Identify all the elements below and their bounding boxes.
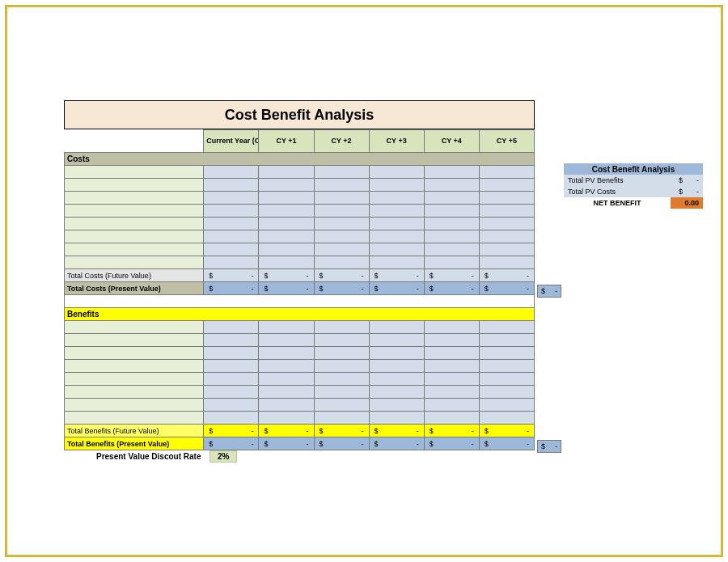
row-label-cell[interactable] — [65, 321, 204, 334]
data-cell[interactable] — [259, 166, 314, 179]
row-label-cell[interactable] — [65, 334, 204, 347]
data-cell[interactable] — [424, 166, 479, 179]
row-label-cell[interactable] — [65, 256, 204, 269]
total-benefits-fv-cy3[interactable]: $- — [369, 425, 424, 437]
data-cell[interactable] — [204, 334, 259, 347]
data-cell[interactable] — [369, 256, 424, 269]
total-benefits-fv-cy[interactable]: $- — [204, 425, 259, 437]
data-cell[interactable] — [259, 256, 314, 269]
data-cell[interactable] — [314, 321, 369, 334]
data-cell[interactable] — [259, 412, 314, 425]
data-cell[interactable] — [204, 205, 259, 218]
data-cell[interactable] — [314, 360, 369, 373]
data-cell[interactable] — [369, 205, 424, 218]
total-costs-fv-cy[interactable]: $- — [204, 269, 259, 282]
total-benefits-fv-cy1[interactable]: $- — [259, 425, 314, 437]
data-cell[interactable] — [479, 205, 534, 218]
data-cell[interactable] — [204, 373, 259, 386]
data-cell[interactable] — [314, 230, 369, 243]
data-cell[interactable] — [314, 205, 369, 218]
data-cell[interactable] — [424, 192, 479, 205]
data-cell[interactable] — [314, 243, 369, 256]
data-cell[interactable] — [369, 412, 424, 425]
col-header-cy5[interactable]: CY +5 — [479, 130, 534, 153]
data-cell[interactable] — [314, 412, 369, 425]
data-cell[interactable] — [314, 179, 369, 192]
total-benefits-pv-grand[interactable]: $- — [537, 440, 561, 453]
data-cell[interactable] — [259, 373, 314, 386]
data-cell[interactable] — [204, 256, 259, 269]
col-header-cy4[interactable]: CY +4 — [424, 130, 479, 153]
data-cell[interactable] — [204, 179, 259, 192]
data-cell[interactable] — [369, 399, 424, 412]
data-cell[interactable] — [369, 386, 424, 399]
data-cell[interactable] — [479, 230, 534, 243]
data-cell[interactable] — [204, 321, 259, 334]
data-cell[interactable] — [314, 386, 369, 399]
total-costs-pv-cy[interactable]: $- — [204, 282, 259, 295]
data-cell[interactable] — [369, 243, 424, 256]
total-benefits-pv-cy3[interactable]: $- — [369, 437, 424, 450]
data-cell[interactable] — [479, 243, 534, 256]
data-cell[interactable] — [314, 334, 369, 347]
data-cell[interactable] — [204, 243, 259, 256]
data-cell[interactable] — [424, 218, 479, 230]
total-benefits-fv-cy5[interactable]: $- — [479, 425, 534, 437]
data-cell[interactable] — [479, 256, 534, 269]
data-cell[interactable] — [479, 218, 534, 230]
data-cell[interactable] — [424, 243, 479, 256]
data-cell[interactable] — [424, 360, 479, 373]
total-costs-pv-cy4[interactable]: $- — [424, 282, 479, 295]
data-cell[interactable] — [479, 192, 534, 205]
row-label-cell[interactable] — [65, 399, 204, 412]
row-label-cell[interactable] — [65, 192, 204, 205]
data-cell[interactable] — [479, 166, 534, 179]
data-cell[interactable] — [369, 192, 424, 205]
total-benefits-pv-cy4[interactable]: $- — [424, 437, 479, 450]
total-costs-fv-cy3[interactable]: $- — [369, 269, 424, 282]
total-costs-pv-grand[interactable]: $- — [537, 285, 561, 298]
data-cell[interactable] — [424, 256, 479, 269]
data-cell[interactable] — [259, 386, 314, 399]
data-cell[interactable] — [424, 321, 479, 334]
data-cell[interactable] — [369, 179, 424, 192]
data-cell[interactable] — [424, 373, 479, 386]
col-header-cy2[interactable]: CY +2 — [314, 130, 369, 153]
total-benefits-pv-cy1[interactable]: $- — [259, 437, 314, 450]
total-costs-fv-cy1[interactable]: $- — [259, 269, 314, 282]
data-cell[interactable] — [424, 179, 479, 192]
row-label-cell[interactable] — [65, 243, 204, 256]
data-cell[interactable] — [259, 347, 314, 360]
row-label-cell[interactable] — [65, 166, 204, 179]
data-cell[interactable] — [259, 192, 314, 205]
data-cell[interactable] — [259, 321, 314, 334]
row-label-cell[interactable] — [65, 205, 204, 218]
data-cell[interactable] — [424, 347, 479, 360]
data-cell[interactable] — [479, 373, 534, 386]
data-cell[interactable] — [479, 399, 534, 412]
col-header-cy[interactable]: Current Year (CY) — [204, 130, 259, 153]
data-cell[interactable] — [369, 218, 424, 230]
row-label-cell[interactable] — [65, 179, 204, 192]
total-costs-pv-cy2[interactable]: $- — [314, 282, 369, 295]
data-cell[interactable] — [314, 192, 369, 205]
data-cell[interactable] — [369, 166, 424, 179]
row-label-cell[interactable] — [65, 373, 204, 386]
data-cell[interactable] — [314, 399, 369, 412]
data-cell[interactable] — [259, 205, 314, 218]
col-header-cy3[interactable]: CY +3 — [369, 130, 424, 153]
data-cell[interactable] — [314, 373, 369, 386]
discount-rate-value[interactable]: 2% — [210, 450, 237, 463]
total-costs-fv-cy4[interactable]: $- — [424, 269, 479, 282]
data-cell[interactable] — [259, 334, 314, 347]
data-cell[interactable] — [424, 205, 479, 218]
col-header-cy1[interactable]: CY +1 — [259, 130, 314, 153]
data-cell[interactable] — [259, 179, 314, 192]
data-cell[interactable] — [259, 218, 314, 230]
data-cell[interactable] — [314, 218, 369, 230]
row-label-cell[interactable] — [65, 412, 204, 425]
data-cell[interactable] — [204, 192, 259, 205]
data-cell[interactable] — [479, 386, 534, 399]
data-cell[interactable] — [479, 321, 534, 334]
data-cell[interactable] — [259, 399, 314, 412]
